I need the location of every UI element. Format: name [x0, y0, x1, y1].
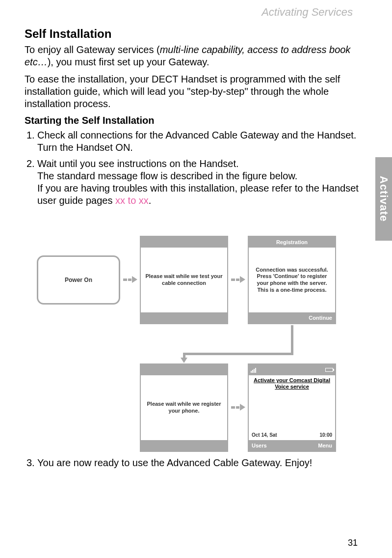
screen-status-bar — [249, 364, 335, 375]
arrow-segment — [291, 325, 293, 354]
screen-idle: Activate your Comcast Digital Voice serv… — [248, 363, 336, 452]
screen-body: Oct 14, Sat 10:00 — [249, 375, 335, 440]
step-text: Check all connections for the Advanced C… — [37, 130, 356, 153]
arrow-icon — [123, 279, 137, 280]
step-text: If you are having troubles with this ins… — [37, 183, 359, 206]
screen-footer: Continue — [249, 312, 335, 323]
battery-icon — [325, 368, 333, 372]
intro-paragraph-1: To enjoy all Gateway services (multi-lin… — [25, 44, 368, 68]
screen-body: Please wait while we register your phone… — [141, 375, 227, 440]
page-content: Self Installation To enjoy all Gateway s… — [25, 27, 368, 211]
screen-bar-top — [141, 364, 227, 375]
arrow-icon — [231, 279, 245, 280]
step-text: You are now ready to use the Advanced Ca… — [37, 457, 312, 468]
steps-list: 1. Check all connections for the Advance… — [25, 129, 368, 207]
arrow-icon — [231, 407, 245, 408]
step-text: The standard message flow is described i… — [37, 170, 297, 181]
screen-bar-top — [141, 237, 227, 248]
screen-registering: Please wait while we register your phone… — [140, 363, 228, 452]
users-softkey: Users — [252, 443, 267, 448]
arrow-segment — [183, 353, 293, 355]
signal-icon — [251, 367, 257, 373]
step-number: 1. — [26, 129, 35, 141]
side-tab-activate: Activate — [375, 157, 392, 241]
screen-bar-bottom — [141, 440, 227, 451]
step-3-container: 3. You are now ready to use the Advanced… — [37, 457, 371, 469]
screen-title-bar: Registration — [249, 237, 335, 248]
section-header: Activating Services — [261, 6, 353, 19]
step-text: . — [149, 195, 152, 206]
screen-testing: Please wait while we test your cable con… — [140, 236, 228, 324]
intro-paragraph-2: To ease the installation, your DECT Hand… — [25, 73, 368, 110]
subheading: Starting the Self Installation — [25, 115, 368, 126]
page-title: Self Installation — [25, 27, 368, 41]
date-time-row: Oct 14, Sat 10:00 — [252, 432, 332, 439]
text: To enjoy all Gateway services ( — [25, 44, 160, 55]
date-label: Oct 14, Sat — [252, 432, 277, 439]
placeholder-ref: xx to xx — [115, 195, 149, 206]
step-2: 2. Wait until you see instructions on th… — [37, 158, 368, 207]
screen-bar-bottom — [141, 312, 227, 323]
menu-softkey: Menu — [318, 443, 332, 448]
step-number: 3. — [26, 457, 35, 469]
page-number: 31 — [348, 538, 358, 548]
power-on-box: Power On — [37, 255, 120, 305]
text: ), you must first set up your Gateway. — [48, 56, 209, 67]
power-on-label: Power On — [65, 277, 92, 283]
flow-diagram: Power On Please wait while we test your … — [37, 241, 356, 452]
step-1: 1. Check all connections for the Advance… — [37, 129, 368, 154]
time-label: 10:00 — [319, 432, 332, 439]
screen-body: Connection was successful. Press 'Contin… — [249, 248, 335, 312]
step-number: 2. — [26, 158, 35, 170]
arrow-head-icon — [181, 358, 187, 363]
screen-softkeys: Users Menu — [249, 440, 335, 451]
step-text: Wait until you see instructions on the H… — [37, 158, 239, 169]
side-tab-label: Activate — [377, 176, 390, 222]
continue-softkey: Continue — [309, 315, 332, 321]
screen-body: Please wait while we test your cable con… — [141, 248, 227, 312]
screen-registration: Registration Connection was successful. … — [248, 236, 336, 324]
